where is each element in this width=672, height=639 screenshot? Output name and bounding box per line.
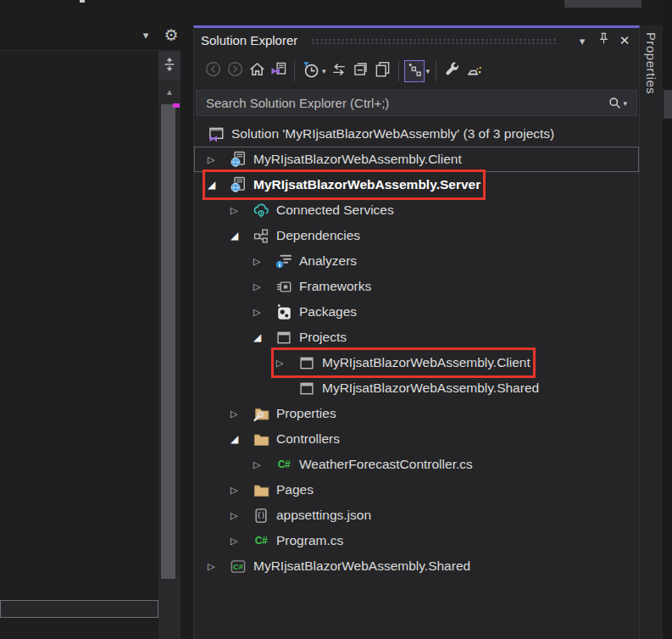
chevron-down-small-icon[interactable]: ▾	[623, 99, 627, 108]
toolbar-separator	[294, 61, 295, 81]
tree-item-label: WeatherForecastController.cs	[299, 457, 473, 472]
tree-item-solution-myrijsatblazorwebassembly-3-of-3-projects[interactable]: Solution 'MyRIjsatBlazorWebAssembly' (3 …	[194, 121, 639, 147]
chevron-down-icon: ▾	[580, 33, 586, 48]
close-button[interactable]: ✕	[617, 32, 632, 49]
tree-item-label: Properties	[276, 406, 336, 421]
chevron-collapsed-icon[interactable]: ▷	[253, 281, 275, 292]
tree-item-label: Connected Services	[276, 203, 394, 218]
search-icon[interactable]	[608, 96, 622, 110]
up-arrow-icon: ▲	[165, 87, 174, 97]
editor-vertical-scrollbar[interactable]: ▲	[158, 50, 180, 639]
preview-selected-items-button[interactable]	[464, 60, 484, 82]
chevron-collapsed-icon[interactable]: ▷	[276, 358, 298, 369]
chevron-down-icon[interactable]: ▾	[136, 26, 155, 43]
back-button[interactable]	[203, 60, 223, 82]
tree-item-myrijsatblazorwebassembly-client[interactable]: ▷MyRIjsatBlazorWebAssembly.Client	[194, 147, 639, 172]
toolbar-separator	[398, 61, 399, 81]
search-input[interactable]	[204, 95, 608, 111]
tree-item-myrijsatblazorwebassembly-shared[interactable]: ▷C#MyRIjsatBlazorWebAssembly.Shared	[194, 553, 639, 579]
tree-item-analyzers[interactable]: ▷iAnalyzers	[194, 248, 639, 274]
tree-item-label: Solution 'MyRIjsatBlazorWebAssembly' (3 …	[231, 126, 554, 142]
solution-explorer-panel: Solution Explorer ▾ ✕ ▾▾ ▾ Solution 'MyR…	[193, 25, 640, 639]
solution-tree: Solution 'MyRIjsatBlazorWebAssembly' (3 …	[194, 121, 639, 579]
track-active-icon	[407, 62, 422, 81]
tree-item-label: Pages	[276, 482, 314, 497]
toolbar-separator	[436, 61, 436, 81]
gear-icon[interactable]: ⚙	[161, 24, 181, 46]
clock-filter-icon	[302, 61, 319, 81]
pending-changes-filter-dropdown[interactable]: ▾	[322, 67, 326, 75]
track-active-item-button[interactable]	[404, 60, 425, 82]
folder-icon	[253, 431, 269, 447]
close-icon: ✕	[619, 33, 630, 48]
show-all-files-button[interactable]	[373, 60, 393, 82]
chevron-collapsed-icon[interactable]: ▷	[253, 459, 275, 470]
tree-item-myrijsatblazorwebassembly-server[interactable]: ◢MyRIjsatBlazorWebAssembly.Server	[194, 172, 639, 197]
home-button[interactable]	[247, 60, 267, 82]
tree-item-connected-services[interactable]: ▷Connected Services	[194, 197, 639, 223]
folder-icon	[253, 482, 269, 498]
collapse-all-icon	[353, 61, 369, 81]
tree-item-label: MyRIjsatBlazorWebAssembly.Server	[253, 177, 480, 192]
scrollbar-thumb[interactable]	[161, 104, 175, 579]
chevron-collapsed-icon[interactable]: ▷	[253, 307, 275, 318]
packages-icon	[275, 304, 292, 320]
chevron-expanded-icon[interactable]: ◢	[230, 433, 253, 445]
tree-item-properties[interactable]: ▷Properties	[194, 401, 639, 426]
cropped-ui-fragment	[80, 0, 85, 3]
chevron-collapsed-icon[interactable]: ▷	[208, 561, 230, 572]
split-window-handle[interactable]	[158, 52, 180, 80]
json-file-icon: {)	[253, 508, 269, 524]
tree-item-weatherforecastcontroller-cs[interactable]: ▷C#WeatherForecastController.cs	[194, 452, 639, 477]
collapse-all-button[interactable]	[351, 60, 371, 82]
switch-views-button[interactable]	[269, 60, 289, 82]
scroll-up-button[interactable]: ▲	[158, 82, 180, 101]
chevron-collapsed-icon[interactable]: ▷	[230, 408, 253, 420]
chevron-collapsed-icon[interactable]: ▷	[230, 485, 253, 496]
editor-pane	[0, 50, 158, 639]
tree-item-program-cs[interactable]: ▷C#Program.cs	[194, 528, 639, 553]
properties-button[interactable]	[442, 60, 462, 82]
tree-item-controllers[interactable]: ◢Controllers	[194, 426, 639, 452]
window-position-button[interactable]: ▾	[575, 32, 590, 49]
tree-item-frameworks[interactable]: ▷Frameworks	[194, 274, 639, 299]
search-box: ▾	[196, 90, 637, 116]
tree-item-packages[interactable]: ▷Packages	[194, 299, 639, 325]
tree-item-myrijsatblazorwebassembly-shared[interactable]: MyRIjsatBlazorWebAssembly.Shared	[194, 375, 639, 401]
dependencies-icon	[253, 228, 269, 244]
track-active-item-dropdown[interactable]: ▾	[426, 67, 430, 75]
pin-icon	[597, 32, 610, 48]
analyzers-icon: i	[275, 253, 292, 269]
frameworks-icon	[275, 279, 292, 295]
chevron-collapsed-icon[interactable]: ▷	[230, 510, 253, 521]
tree-item-appsettings-json[interactable]: ▷{)appsettings.json	[194, 503, 639, 528]
sync-with-active-document-button[interactable]	[329, 60, 349, 82]
chevron-expanded-icon[interactable]: ◢	[230, 230, 253, 242]
tree-item-pages[interactable]: ▷Pages	[194, 477, 639, 503]
chevron-collapsed-icon[interactable]: ▷	[208, 154, 230, 165]
projects-node-icon	[275, 330, 292, 346]
chevron-expanded-icon[interactable]: ◢	[253, 331, 275, 343]
forward-button[interactable]	[225, 60, 245, 82]
arrow-left-circle-icon	[205, 61, 221, 81]
chevron-collapsed-icon[interactable]: ▷	[230, 205, 253, 216]
tree-item-dependencies[interactable]: ◢Dependencies	[194, 223, 639, 248]
tree-item-label: MyRIjsatBlazorWebAssembly.Shared	[322, 381, 539, 396]
chevron-collapsed-icon[interactable]: ▷	[253, 256, 275, 267]
panel-title: Solution Explorer	[201, 33, 297, 47]
svg-text:C#: C#	[233, 563, 243, 571]
splitter-icon	[163, 58, 176, 75]
pending-changes-filter-button[interactable]	[300, 60, 320, 82]
tree-item-label: Frameworks	[299, 279, 371, 294]
tree-item-label: Packages	[299, 304, 357, 320]
tree-item-myrijsatblazorwebassembly-client[interactable]: ▷MyRIjsatBlazorWebAssembly.Client	[194, 350, 639, 375]
tree-item-projects[interactable]: ◢Projects	[194, 325, 639, 350]
chevron-expanded-icon[interactable]: ◢	[208, 179, 230, 191]
cropped-ui-fragment	[564, 0, 641, 8]
preview-icon	[465, 62, 483, 81]
folder-properties-icon	[253, 406, 269, 422]
chevron-collapsed-icon[interactable]: ▷	[230, 536, 253, 547]
collapsed-panel-box	[0, 600, 158, 618]
tab-properties[interactable]: Properties	[644, 32, 658, 94]
auto-hide-pin-button[interactable]	[596, 32, 611, 49]
